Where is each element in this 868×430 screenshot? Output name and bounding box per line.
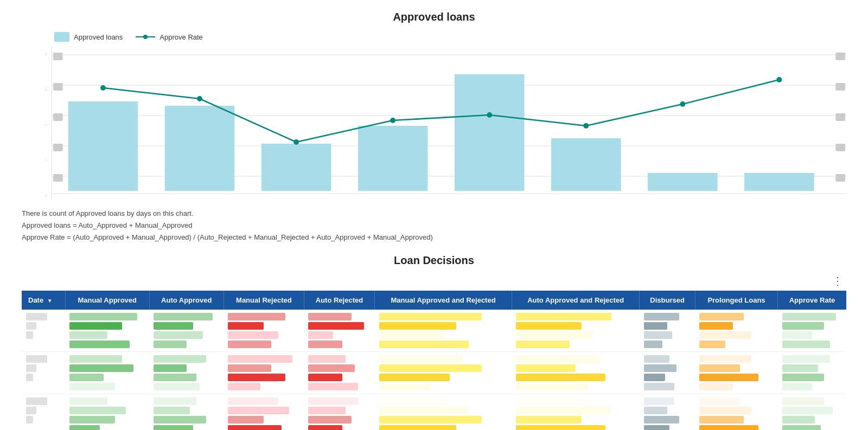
svg-rect-14 xyxy=(648,173,718,191)
col-approve-rate: Approve Rate xyxy=(778,291,846,310)
col-auto-approved: Auto Approved xyxy=(149,291,224,310)
legend-bar-item: Approved loans xyxy=(54,32,123,42)
cell-row1-col8 xyxy=(695,352,777,394)
cell-row2-col0 xyxy=(22,394,65,430)
legend-line-label: Approve Rate xyxy=(159,33,203,41)
svg-rect-10 xyxy=(261,144,331,191)
chart-desc-line2: Approved loans = Auto_Approved + Manual_… xyxy=(22,220,846,232)
chart-section: Approved loans Approved loans Approve Ra… xyxy=(22,11,846,243)
cell-row0-col5 xyxy=(375,310,512,352)
table-header-row: Date ▼ Manual Approved Auto Approved Man… xyxy=(22,291,846,310)
cell-row2-col3 xyxy=(224,394,304,430)
cell-row1-col3 xyxy=(224,352,304,394)
cell-row2-col9 xyxy=(778,394,846,430)
cell-row2-col4 xyxy=(304,394,374,430)
svg-rect-11 xyxy=(358,126,428,191)
cell-row2-col1 xyxy=(65,394,149,430)
svg-rect-31 xyxy=(53,113,63,121)
chart-area xyxy=(52,47,846,199)
table-row xyxy=(22,310,846,352)
svg-point-18 xyxy=(293,139,299,145)
svg-point-21 xyxy=(583,123,589,129)
svg-rect-32 xyxy=(53,144,63,151)
svg-rect-33 xyxy=(53,174,63,182)
col-auto-approved-rejected: Auto Approved and Rejected xyxy=(512,291,639,310)
svg-rect-12 xyxy=(455,74,525,191)
table-section: Loan Decisions ⋮ Date ▼ Manual Approved … xyxy=(22,254,846,430)
cell-row2-col6 xyxy=(512,394,639,430)
cell-row1-col2 xyxy=(149,352,224,394)
sort-arrow-date: ▼ xyxy=(47,298,53,304)
cell-row0-col4 xyxy=(304,310,374,352)
table-row xyxy=(22,394,846,430)
col-prolonged-loans: Prolonged Loans xyxy=(695,291,777,310)
svg-rect-29 xyxy=(53,53,63,60)
col-manual-approved-rejected: Manual Approved and Rejected xyxy=(375,291,512,310)
cell-row0-col3 xyxy=(224,310,304,352)
col-date[interactable]: Date ▼ xyxy=(22,291,65,310)
chart-desc-line1: There is count of Approved loans by days… xyxy=(22,208,846,220)
chart-description: There is count of Approved loans by days… xyxy=(22,208,846,243)
y-label-2: . xyxy=(46,155,47,162)
svg-point-19 xyxy=(390,118,395,123)
cell-row2-col8 xyxy=(695,394,777,430)
col-auto-rejected: Auto Rejected xyxy=(304,291,374,310)
svg-point-16 xyxy=(100,85,106,91)
cell-row1-col5 xyxy=(375,352,512,394)
cell-row1-col7 xyxy=(640,352,695,394)
svg-rect-25 xyxy=(835,83,845,91)
col-manual-rejected: Manual Rejected xyxy=(224,291,304,310)
chart-legend: Approved loans Approve Rate xyxy=(54,32,846,42)
table-options: ⋮ xyxy=(22,273,846,288)
svg-point-1 xyxy=(143,35,148,39)
cell-row2-col7 xyxy=(640,394,695,430)
chart-svg xyxy=(52,47,846,199)
svg-point-20 xyxy=(487,112,492,118)
svg-rect-13 xyxy=(551,138,621,191)
legend-line-item: Approve Rate xyxy=(136,33,203,41)
svg-point-17 xyxy=(197,96,202,101)
col-date-label: Date xyxy=(28,296,43,304)
cell-row2-col5 xyxy=(375,394,512,430)
y-label-5: . xyxy=(46,49,47,56)
svg-rect-30 xyxy=(53,83,63,91)
chart-desc-line3: Approve Rate = (Auto_Approved + Manual_A… xyxy=(22,232,846,243)
chart-wrapper: . . . . . xyxy=(22,47,846,199)
y-axis: . . . . . xyxy=(22,47,52,199)
legend-bar-swatch xyxy=(54,32,69,42)
loan-decisions-table: Date ▼ Manual Approved Auto Approved Man… xyxy=(22,291,846,430)
svg-rect-26 xyxy=(835,113,845,121)
cell-row0-col8 xyxy=(695,310,777,352)
svg-point-22 xyxy=(680,101,685,107)
cell-row1-col6 xyxy=(512,352,639,394)
svg-rect-8 xyxy=(68,101,138,191)
cell-row0-col7 xyxy=(640,310,695,352)
cell-row1-col4 xyxy=(304,352,374,394)
svg-rect-27 xyxy=(835,144,845,151)
svg-rect-24 xyxy=(835,53,845,60)
cell-row0-col6 xyxy=(512,310,639,352)
page-container: Approved loans Approved loans Approve Ra… xyxy=(0,0,868,430)
y-label-1: . xyxy=(46,190,47,197)
chart-title: Approved loans xyxy=(22,11,846,23)
svg-rect-28 xyxy=(835,174,845,182)
table-options-button[interactable]: ⋮ xyxy=(829,273,846,288)
legend-bar-label: Approved loans xyxy=(74,33,123,41)
svg-rect-9 xyxy=(165,106,235,191)
cell-row0-col9 xyxy=(778,310,846,352)
cell-row0-col2 xyxy=(149,310,224,352)
legend-line-svg xyxy=(136,33,157,41)
cell-row1-col0 xyxy=(22,352,65,394)
cell-row1-col9 xyxy=(778,352,846,394)
table-row xyxy=(22,352,846,394)
svg-point-23 xyxy=(776,77,782,82)
cell-row0-col0 xyxy=(22,310,65,352)
table-title: Loan Decisions xyxy=(22,254,846,267)
col-disbursed: Disbursed xyxy=(640,291,695,310)
cell-row1-col1 xyxy=(65,352,149,394)
col-manual-approved: Manual Approved xyxy=(65,291,149,310)
y-label-4: . xyxy=(46,85,47,91)
cell-row0-col1 xyxy=(65,310,149,352)
svg-rect-15 xyxy=(744,173,814,191)
cell-row2-col2 xyxy=(149,394,224,430)
